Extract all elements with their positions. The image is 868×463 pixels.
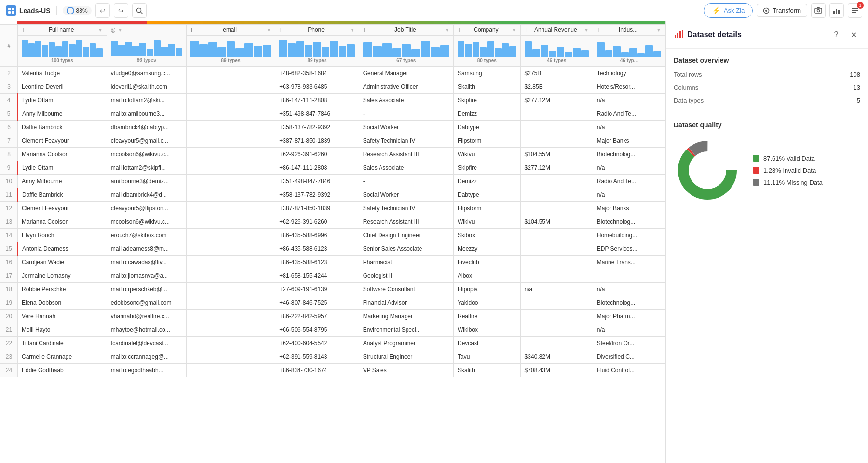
cell-email-at[interactable]: edobbsonc@gmail.com bbox=[107, 296, 186, 310]
cell-industry[interactable]: Major Pharm... bbox=[593, 310, 665, 323]
cell-phone[interactable]: +86-435-588-6123 bbox=[275, 242, 359, 256]
cell-full-name[interactable]: Tiffani Cardinale bbox=[18, 337, 107, 350]
cell-job-title[interactable]: - bbox=[359, 107, 453, 121]
cell-phone[interactable]: +81-658-155-4244 bbox=[275, 269, 359, 283]
cell-job-title[interactable]: Sales Associate bbox=[359, 161, 453, 175]
cell-phone[interactable]: +62-926-391-6260 bbox=[275, 148, 359, 161]
cell-job-title[interactable]: Senior Sales Associate bbox=[359, 242, 453, 256]
cell-company[interactable]: Yakidoo bbox=[454, 296, 521, 310]
cell-phone[interactable]: +387-871-850-1839 bbox=[275, 134, 359, 148]
cell-phone[interactable]: +63-978-933-6485 bbox=[275, 80, 359, 94]
cell-email-at[interactable]: mailto:ccrannageg@... bbox=[107, 350, 186, 364]
transform-button[interactable]: Transform bbox=[757, 4, 807, 17]
cell-company[interactable]: Skalith bbox=[454, 80, 521, 94]
cell-phone[interactable]: +62-926-391-6260 bbox=[275, 215, 359, 229]
table-row[interactable]: 24Eddie Godthaabmailto:egodthaabh...+86-… bbox=[0, 364, 665, 377]
cell-email[interactable] bbox=[186, 148, 275, 161]
cell-email-at[interactable]: dbambrick4@dabtyp... bbox=[107, 121, 186, 134]
cell-phone[interactable]: +86-147-111-2808 bbox=[275, 161, 359, 175]
panel-help-button[interactable]: ? bbox=[829, 28, 843, 41]
table-row[interactable]: 10Anny Milbourneamilbourne3@demiz...+351… bbox=[0, 175, 665, 188]
cell-email[interactable] bbox=[186, 202, 275, 215]
cell-email[interactable] bbox=[186, 296, 275, 310]
cell-full-name[interactable]: Anny Milbourne bbox=[18, 175, 107, 188]
cell-email-at[interactable]: vtudge0@samsung.c... bbox=[107, 67, 186, 80]
table-row[interactable]: 4Lydie Ottammailto:lottam2@ski...+86-147… bbox=[0, 94, 665, 107]
col-header-revenue[interactable]: T Annual Revenue ▼ 46 types bbox=[520, 25, 593, 67]
cell-email-at[interactable]: mailto:egodthaabh... bbox=[107, 364, 186, 377]
notifications-button[interactable]: 1 bbox=[848, 3, 862, 18]
row-number[interactable]: 2 bbox=[0, 67, 18, 80]
panel-close-button[interactable]: ✕ bbox=[847, 28, 860, 41]
cell-company[interactable]: Dabtype bbox=[454, 121, 521, 134]
cell-phone[interactable]: +86-435-588-6996 bbox=[275, 229, 359, 242]
col-header-company[interactable]: T Company ▼ 80 types bbox=[454, 25, 521, 67]
row-number[interactable]: 5 bbox=[0, 107, 18, 121]
cell-full-name[interactable]: Anny Milbourne bbox=[18, 107, 107, 121]
cell-industry[interactable]: n/a bbox=[593, 121, 665, 134]
cell-email-at[interactable]: mcoolson6@wikivu.c... bbox=[107, 148, 186, 161]
cell-industry[interactable]: n/a bbox=[593, 283, 665, 296]
cell-job-title[interactable]: Environmental Speci... bbox=[359, 323, 453, 337]
cell-email-at[interactable]: vhannahd@realfire.c... bbox=[107, 310, 186, 323]
cell-email[interactable] bbox=[186, 215, 275, 229]
cell-industry[interactable]: n/a bbox=[593, 323, 665, 337]
cell-industry[interactable]: Technology bbox=[593, 67, 665, 80]
cell-full-name[interactable]: Daffie Bambrick bbox=[18, 121, 107, 134]
cell-email-at[interactable]: cfeavyour5@gmail.c... bbox=[107, 134, 186, 148]
cell-full-name[interactable]: Robbie Perschke bbox=[18, 283, 107, 296]
table-row[interactable]: 20Vere Hannahvhannahd@realfire.c...+86-2… bbox=[0, 310, 665, 323]
row-number[interactable]: 19 bbox=[0, 296, 18, 310]
cell-full-name[interactable]: Caroljean Wadie bbox=[18, 256, 107, 269]
cell-job-title[interactable]: Safety Technician IV bbox=[359, 202, 453, 215]
cell-company[interactable]: Dabtype bbox=[454, 188, 521, 202]
cell-company[interactable]: Flipstorm bbox=[454, 134, 521, 148]
cell-company[interactable]: Skibox bbox=[454, 229, 521, 242]
cell-phone[interactable]: +27-609-191-6139 bbox=[275, 283, 359, 296]
cell-revenue[interactable]: $275B bbox=[520, 67, 593, 80]
cell-industry[interactable]: n/a bbox=[593, 94, 665, 107]
row-number[interactable]: 7 bbox=[0, 134, 18, 148]
cell-full-name[interactable]: Eddie Godthaab bbox=[18, 364, 107, 377]
col-header-email[interactable]: T email ▼ 89 types bbox=[186, 25, 275, 67]
cell-revenue[interactable]: $340.82M bbox=[520, 350, 593, 364]
cell-job-title[interactable]: General Manager bbox=[359, 67, 453, 80]
cell-company[interactable]: Skipfire bbox=[454, 161, 521, 175]
table-row[interactable]: 16Caroljean Wadiemailto:cawadas@fiv...+8… bbox=[0, 256, 665, 269]
cell-phone[interactable]: +86-435-588-6123 bbox=[275, 256, 359, 269]
table-row[interactable]: 9Lydie Ottammail:lottam2@skipfi...+86-14… bbox=[0, 161, 665, 175]
cell-phone[interactable]: +46-807-846-7525 bbox=[275, 296, 359, 310]
cell-phone[interactable]: +66-506-554-8795 bbox=[275, 323, 359, 337]
cell-industry[interactable]: Hotels/Resor... bbox=[593, 80, 665, 94]
table-row[interactable]: 22Tiffani Cardinaletcardinalef@devcast..… bbox=[0, 337, 665, 350]
cell-industry[interactable]: Biotechnolog... bbox=[593, 148, 665, 161]
cell-industry[interactable]: Fluid Control... bbox=[593, 364, 665, 377]
cell-full-name[interactable]: Carmelle Crannage bbox=[18, 350, 107, 364]
cell-revenue[interactable]: $104.55M bbox=[520, 148, 593, 161]
cell-revenue[interactable] bbox=[520, 337, 593, 350]
cell-company[interactable]: Skalith bbox=[454, 364, 521, 377]
cell-industry[interactable]: Steel/Iron Or... bbox=[593, 337, 665, 350]
cell-job-title[interactable]: Research Assistant III bbox=[359, 148, 453, 161]
cell-full-name[interactable]: Clement Feavyour bbox=[18, 202, 107, 215]
cell-industry[interactable]: Radio And Te... bbox=[593, 175, 665, 188]
cell-revenue[interactable]: $708.43M bbox=[520, 364, 593, 377]
cell-job-title[interactable]: Software Consultant bbox=[359, 283, 453, 296]
cell-email[interactable] bbox=[186, 229, 275, 242]
cell-industry[interactable]: Major Banks bbox=[593, 134, 665, 148]
table-row[interactable]: 12Clement Feavyourcfeavyour5@flipston...… bbox=[0, 202, 665, 215]
cell-industry[interactable]: Biotechnolog... bbox=[593, 215, 665, 229]
cell-phone[interactable]: +358-137-782-9392 bbox=[275, 121, 359, 134]
col-header-phone[interactable]: T Phone ▼ 89 types bbox=[275, 25, 359, 67]
row-number[interactable]: 13 bbox=[0, 215, 18, 229]
cell-job-title[interactable]: Financial Advisor bbox=[359, 296, 453, 310]
cell-job-title[interactable]: Structural Engineer bbox=[359, 350, 453, 364]
row-number[interactable]: 15 bbox=[0, 242, 18, 256]
cell-email-at[interactable]: mcoolson6@wikivu.c... bbox=[107, 215, 186, 229]
cell-job-title[interactable]: Administrative Officer bbox=[359, 80, 453, 94]
cell-revenue[interactable] bbox=[520, 121, 593, 134]
cell-company[interactable]: Realfire bbox=[454, 310, 521, 323]
cell-revenue[interactable] bbox=[520, 202, 593, 215]
cell-full-name[interactable]: Marianna Coolson bbox=[18, 148, 107, 161]
cell-phone[interactable]: +351-498-847-7846 bbox=[275, 175, 359, 188]
